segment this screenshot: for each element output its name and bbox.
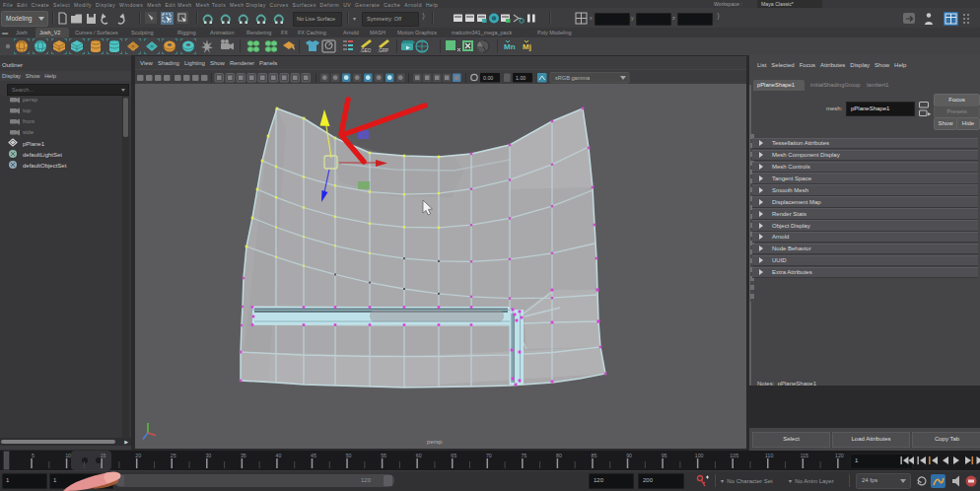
- svg-text:120: 120: [835, 453, 844, 458]
- svg-text:75: 75: [521, 453, 526, 458]
- svg-text:80: 80: [556, 453, 562, 458]
- svg-text:15: 15: [101, 453, 106, 458]
- svg-text:Mj: Mj: [523, 42, 531, 51]
- svg-text:sRGB gamma: sRGB gamma: [555, 75, 591, 81]
- svg-text:.GRP: .GRP: [378, 48, 388, 53]
- svg-text:10: 10: [65, 453, 71, 458]
- svg-text:30: 30: [205, 453, 211, 458]
- svg-text:90: 90: [626, 453, 632, 458]
- svg-text:85: 85: [592, 453, 597, 458]
- svg-text:20: 20: [135, 453, 141, 458]
- svg-text:55: 55: [381, 453, 386, 458]
- svg-text:25: 25: [171, 453, 176, 458]
- svg-text:0.00: 0.00: [483, 75, 493, 81]
- svg-text:side: side: [23, 129, 35, 135]
- svg-text:.GEO: .GEO: [360, 48, 372, 53]
- svg-text:defaultObjectSet: defaultObjectSet: [23, 163, 67, 169]
- svg-text:pPlane1: pPlane1: [23, 141, 45, 147]
- svg-text:35: 35: [241, 453, 246, 458]
- svg-text:95: 95: [662, 453, 667, 458]
- svg-text:Mn: Mn: [504, 42, 516, 51]
- svg-text:50: 50: [346, 453, 352, 458]
- svg-text:65: 65: [451, 453, 456, 458]
- svg-text:top: top: [23, 107, 32, 113]
- svg-text:100: 100: [695, 453, 704, 458]
- svg-text:105: 105: [730, 453, 738, 458]
- svg-text:persp: persp: [427, 438, 443, 445]
- svg-text:70: 70: [486, 453, 492, 458]
- svg-text:defaultLightSet: defaultLightSet: [23, 152, 62, 158]
- svg-text:110: 110: [765, 453, 773, 458]
- svg-text:60: 60: [416, 453, 422, 458]
- svg-text:45: 45: [311, 453, 316, 458]
- svg-text:1.00: 1.00: [516, 75, 525, 81]
- svg-text:40: 40: [276, 453, 282, 458]
- svg-text:5: 5: [32, 453, 35, 458]
- svg-text:persp: persp: [23, 97, 38, 103]
- svg-text:front: front: [23, 118, 35, 124]
- svg-text:115: 115: [801, 453, 808, 458]
